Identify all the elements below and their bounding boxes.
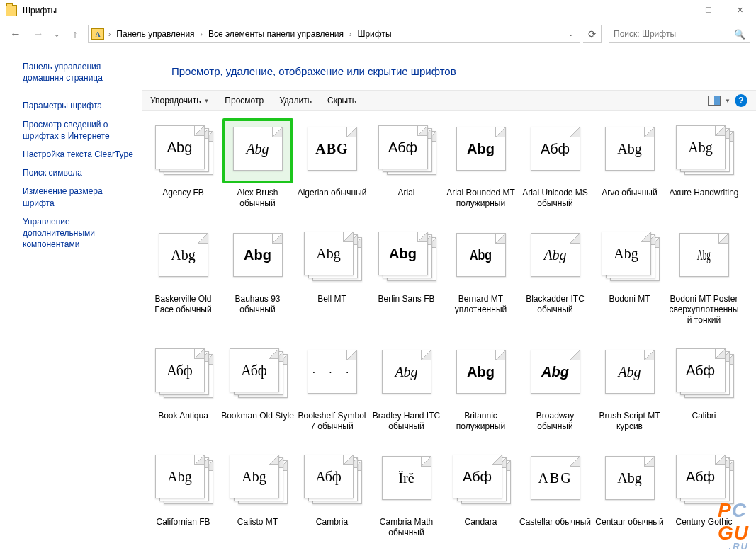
font-item[interactable]: АбфCandara xyxy=(444,447,518,538)
font-sample: ABG xyxy=(315,142,348,156)
breadcrumb-3[interactable]: Шрифты xyxy=(354,28,394,40)
chevron-down-icon[interactable]: ▼ xyxy=(725,98,730,104)
font-label: Calisto MT xyxy=(237,517,278,528)
font-item[interactable]: AbgAgency FB xyxy=(146,118,220,209)
sidebar-link-fonts-online[interactable]: Просмотр сведений о шрифтах в Интернете xyxy=(23,119,136,142)
up-button[interactable]: ↑ xyxy=(65,24,85,44)
font-item[interactable]: AbgBradley Hand ITC обычный xyxy=(369,341,444,432)
sidebar-link-resize[interactable]: Изменение размера шрифта xyxy=(23,186,136,208)
font-item[interactable]: AbgBroadway обычный xyxy=(518,341,592,432)
view-options-button[interactable] xyxy=(708,96,721,106)
font-item[interactable]: АбфBook Antiqua xyxy=(146,341,220,432)
sidebar-link-charmap[interactable]: Поиск символа xyxy=(23,167,136,178)
back-button[interactable]: ← xyxy=(6,24,26,44)
search-icon[interactable]: 🔍 xyxy=(734,29,745,40)
font-item[interactable]: AbgBodoni MT Poster сверхуплотненный тон… xyxy=(667,224,741,326)
font-item[interactable]: AbgCalisto MT xyxy=(220,447,295,538)
address-bar[interactable]: A › Панель управления › Все элементы пан… xyxy=(88,25,580,43)
search-box[interactable]: 🔍 xyxy=(609,25,750,43)
font-item[interactable]: АбфArial xyxy=(369,118,444,209)
font-item[interactable]: AbgBodoni MT xyxy=(592,224,667,326)
address-row: ← → ⌄ ↑ A › Панель управления › Все элем… xyxy=(0,21,756,47)
font-label: Californian FB xyxy=(156,517,210,528)
font-sample: Ïrĕ xyxy=(398,471,414,485)
sidebar-home-link[interactable]: Панель управления —домашняя страница xyxy=(23,61,142,84)
fonts-folder-icon: A xyxy=(91,28,104,40)
delete-button[interactable]: Удалить xyxy=(279,96,312,106)
font-sample: Abg xyxy=(617,471,641,485)
forward-button: → xyxy=(28,24,48,44)
chevron-right-icon[interactable]: › xyxy=(199,30,204,38)
font-label: Axure Handwriting xyxy=(669,188,738,198)
font-item[interactable]: АбфCalibri xyxy=(667,341,741,432)
font-label: Agency FB xyxy=(162,188,204,198)
breadcrumb-1[interactable]: Панель управления xyxy=(113,28,197,40)
font-item[interactable]: AbgBaskerville Old Face обычный xyxy=(146,224,220,326)
font-sample: Абф xyxy=(686,469,715,484)
sidebar-link-font-settings[interactable]: Параметры шрифта xyxy=(23,100,136,111)
breadcrumb-2[interactable]: Все элементы панели управления xyxy=(205,28,346,40)
font-item[interactable]: АбфCambria xyxy=(295,447,369,538)
font-item[interactable]: AbgArial Rounded MT полужирный xyxy=(444,118,518,209)
minimize-button[interactable]: ─ xyxy=(660,0,692,21)
font-item[interactable]: AbgBell MT xyxy=(295,224,369,326)
toolbar: Упорядочить▼ Просмотр Удалить Скрыть ▼ ? xyxy=(142,90,756,111)
font-item[interactable]: AbgAxure Handwriting xyxy=(667,118,741,209)
font-grid-scroll[interactable]: AbgAgency FBAbgAlex Brush обычныйABGAlge… xyxy=(142,111,756,553)
refresh-button[interactable]: ⟳ xyxy=(583,25,602,43)
font-item[interactable]: AbgBlackadder ITC обычный xyxy=(518,224,592,326)
font-label: Algerian обычный xyxy=(298,188,367,198)
font-sample: Abg xyxy=(246,142,269,156)
font-item[interactable]: AbgAlex Brush обычный xyxy=(220,118,295,209)
chevron-right-icon[interactable]: › xyxy=(348,30,353,38)
font-item[interactable]: ÏrĕCambria Math обычный xyxy=(369,447,444,538)
font-item[interactable]: АбфBookman Old Style xyxy=(220,341,295,432)
font-sample: Абф xyxy=(463,469,492,484)
organize-button[interactable]: Упорядочить▼ xyxy=(150,96,209,106)
font-item[interactable]: AbgBernard MT уплотненный xyxy=(444,224,518,326)
sidebar-divider xyxy=(23,91,129,91)
preview-button[interactable]: Просмотр xyxy=(225,96,264,106)
font-sample: Abg xyxy=(467,365,495,379)
window-title: Шрифты xyxy=(23,6,57,16)
font-sample: Abg xyxy=(167,140,193,154)
sidebar-link-manage-features[interactable]: Управление дополнительными компонентами xyxy=(23,216,136,251)
font-sample: Abg xyxy=(389,246,417,261)
font-sample: Abg xyxy=(688,140,712,154)
address-dropdown-icon[interactable]: ⌄ xyxy=(565,30,577,38)
font-label: Broadway обычный xyxy=(519,411,592,432)
font-item[interactable]: AbgBritannic полужирный xyxy=(444,341,518,432)
chevron-right-icon[interactable]: › xyxy=(107,30,112,38)
font-item[interactable]: AbgCalifornian FB xyxy=(146,447,220,538)
font-sample: Abg xyxy=(697,248,711,262)
font-item[interactable]: ABGCastellar обычный xyxy=(518,447,592,538)
history-dropdown[interactable]: ⌄ xyxy=(54,30,60,38)
font-item[interactable]: · · ·Bookshelf Symbol 7 обычный xyxy=(295,341,369,432)
font-sample: Abg xyxy=(618,365,641,379)
font-sample: Abg xyxy=(171,248,195,262)
sidebar-link-cleartype[interactable]: Настройка текста ClearType xyxy=(23,149,136,160)
main-pane: Просмотр, удаление, отображение или скры… xyxy=(142,47,756,553)
font-item[interactable]: AbgArvo обычный xyxy=(592,118,667,209)
font-label: Cambria xyxy=(316,517,348,528)
font-label: Blackadder ITC обычный xyxy=(519,294,592,315)
font-sample: Abg xyxy=(467,142,495,156)
maximize-button[interactable]: ☐ xyxy=(692,0,724,21)
hide-button[interactable]: Скрыть xyxy=(327,96,356,106)
font-item[interactable]: AbgBauhaus 93 обычный xyxy=(220,224,295,326)
font-item[interactable]: AbgBrush Script MT курсив xyxy=(592,341,667,432)
font-item[interactable]: ABGAlgerian обычный xyxy=(295,118,369,209)
font-sample: Abg xyxy=(614,246,638,261)
font-sample: ABG xyxy=(538,471,572,485)
search-input[interactable] xyxy=(614,29,734,39)
watermark: PC GU.RU xyxy=(718,499,749,549)
close-button[interactable]: ✕ xyxy=(724,0,756,21)
font-item[interactable]: AbgBerlin Sans FB xyxy=(369,224,444,326)
font-sample: Abg xyxy=(395,365,417,379)
font-item[interactable]: АбфArial Unicode MS обычный xyxy=(518,118,592,209)
page-title: Просмотр, удаление, отображение или скры… xyxy=(142,47,756,90)
font-label: Bookshelf Symbol 7 обычный xyxy=(295,411,369,432)
font-item[interactable]: AbgCentaur обычный xyxy=(592,447,667,538)
help-button[interactable]: ? xyxy=(735,94,747,107)
font-sample: Абф xyxy=(541,142,570,156)
